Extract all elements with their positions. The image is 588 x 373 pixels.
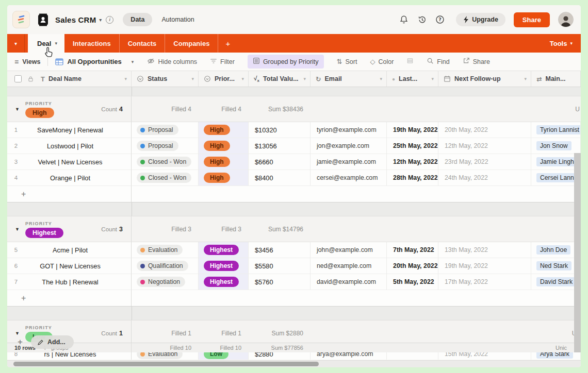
- toolbar-sort[interactable]: ⇅Sort: [337, 58, 357, 65]
- deal-name-cell[interactable]: 4 Orange | Pilot: [7, 170, 132, 186]
- deal-name-cell[interactable]: 3 Velvet | New Licenses: [7, 154, 132, 170]
- email-cell[interactable]: jon@example.com: [311, 138, 387, 154]
- main-contact-cell[interactable]: Ned Stark: [531, 258, 581, 274]
- total-value-cell[interactable]: $13056: [249, 138, 311, 154]
- last-contact-cell[interactable]: 12th May, 2022: [387, 154, 438, 170]
- email-cell[interactable]: tyrion@example.com: [311, 122, 387, 138]
- main-contact-cell[interactable]: Jon Snow: [531, 138, 581, 154]
- column-header-next-follow-up[interactable]: Next Follow-up▾: [438, 71, 531, 87]
- deal-name-cell[interactable]: 1 SaveMoney | Renewal: [7, 122, 132, 138]
- column-header-main[interactable]: ⇄Main...: [531, 71, 581, 87]
- total-value-cell[interactable]: $5580: [249, 258, 311, 274]
- priority-cell[interactable]: Highest: [199, 258, 249, 274]
- help-icon[interactable]: ?: [435, 15, 445, 25]
- deal-name-cell[interactable]: 7 The Hub | Renewal: [7, 274, 132, 290]
- bell-icon[interactable]: [399, 15, 409, 25]
- last-contact-cell[interactable]: 25th May, 2022: [387, 138, 438, 154]
- status-cell[interactable]: Proposal: [132, 122, 199, 138]
- total-value-cell[interactable]: $3456: [249, 242, 311, 258]
- avatar[interactable]: [558, 12, 574, 27]
- next-followup-cell[interactable]: 23rd May, 2022: [438, 154, 531, 170]
- email-cell[interactable]: john@example.com: [311, 242, 387, 258]
- total-value-cell[interactable]: $5760: [249, 274, 311, 290]
- sidebar-chevron-icon[interactable]: ▾: [7, 34, 25, 53]
- column-header-total-valu[interactable]: √xTotal Valu...▾: [249, 71, 311, 87]
- next-followup-cell[interactable]: 13th May, 2022: [438, 242, 531, 258]
- chevron-down-icon[interactable]: ▾: [241, 76, 248, 81]
- status-cell[interactable]: Closed - Won: [132, 154, 199, 170]
- toolbar-share[interactable]: Share: [463, 57, 490, 66]
- column-header-prior[interactable]: Prior...▾: [199, 71, 249, 87]
- add-row[interactable]: +: [7, 290, 581, 306]
- deal-name-cell[interactable]: 2 Lostwood | Pilot: [7, 138, 132, 154]
- collapse-triangle-icon[interactable]: ▼: [15, 107, 20, 112]
- deal-name-cell[interactable]: 6 GOT | New Licenses: [7, 258, 132, 274]
- toolbar-color[interactable]: ◇Color: [370, 58, 394, 65]
- vertical-scrollbar[interactable]: [574, 153, 581, 352]
- status-cell[interactable]: Closed - Won: [132, 170, 199, 186]
- status-cell[interactable]: Negotiation: [132, 274, 199, 290]
- info-icon[interactable]: i: [106, 16, 113, 24]
- view-selector[interactable]: All Opportunities ▾: [55, 58, 134, 65]
- next-followup-cell[interactable]: 12th May, 2022: [438, 138, 531, 154]
- status-cell[interactable]: Proposal: [132, 138, 199, 154]
- horizontal-scrollbar[interactable]: [7, 360, 581, 367]
- main-contact-cell[interactable]: Jamie Linghar: [531, 154, 581, 170]
- main-contact-cell[interactable]: Cersei Lannist: [531, 170, 581, 186]
- total-value-cell[interactable]: $6660: [249, 154, 311, 170]
- add-row-plus-icon[interactable]: +: [18, 337, 23, 347]
- column-header-email[interactable]: ↻Email▾: [311, 71, 387, 87]
- priority-cell[interactable]: Highest: [199, 274, 249, 290]
- plus-icon[interactable]: +: [21, 190, 26, 199]
- tab-interactions[interactable]: Interactions: [64, 34, 119, 53]
- chevron-down-icon[interactable]: ▾: [124, 76, 131, 81]
- tab-companies[interactable]: Companies: [165, 34, 218, 53]
- priority-cell[interactable]: Highest: [199, 242, 249, 258]
- workspace-icon[interactable]: [36, 13, 50, 27]
- column-header-deal-name[interactable]: TDeal Name▾: [7, 71, 132, 87]
- toolbar-find[interactable]: Find: [427, 57, 449, 66]
- toolbar-grouped-by-priority[interactable]: Grouped by Priority: [248, 55, 324, 69]
- next-followup-cell[interactable]: 24th May, 2022: [438, 170, 531, 186]
- total-value-cell[interactable]: $8400: [249, 170, 311, 186]
- priority-cell[interactable]: High: [199, 170, 249, 186]
- email-cell[interactable]: david@example.com: [311, 274, 387, 290]
- priority-cell[interactable]: High: [199, 122, 249, 138]
- status-cell[interactable]: Evaluation: [132, 242, 199, 258]
- main-contact-cell[interactable]: David Stark: [531, 274, 581, 290]
- next-followup-cell[interactable]: 20th May, 2022: [438, 122, 531, 138]
- priority-cell[interactable]: High: [199, 154, 249, 170]
- add-table-button[interactable]: +: [218, 34, 237, 53]
- last-contact-cell[interactable]: 20th May, 2022: [387, 258, 438, 274]
- tools-menu[interactable]: Tools ▾: [550, 34, 581, 53]
- email-cell[interactable]: ned@example.com: [311, 258, 387, 274]
- stackby-logo-icon[interactable]: [12, 11, 30, 28]
- chevron-down-icon[interactable]: ▾: [380, 76, 386, 81]
- nav-tab-automation[interactable]: Automation: [161, 16, 194, 23]
- main-contact-cell[interactable]: John Doe: [531, 242, 581, 258]
- add-row[interactable]: +: [7, 186, 581, 202]
- email-cell[interactable]: cersei@example.com: [311, 170, 387, 186]
- collapse-triangle-icon[interactable]: ▼: [15, 331, 20, 336]
- chevron-down-icon[interactable]: ▾: [524, 76, 531, 81]
- scrollbar-thumb[interactable]: [13, 362, 319, 366]
- column-header-status[interactable]: Status▾: [132, 71, 199, 87]
- row-height-icon[interactable]: [406, 57, 414, 66]
- priority-cell[interactable]: High: [199, 138, 249, 154]
- chevron-down-icon[interactable]: ▾: [303, 76, 310, 81]
- upgrade-button[interactable]: Upgrade: [456, 13, 505, 26]
- next-followup-cell[interactable]: 19th May, 2022: [438, 258, 531, 274]
- chevron-down-icon[interactable]: ▾: [99, 17, 102, 23]
- views-button[interactable]: ≡ Views: [14, 58, 40, 66]
- last-contact-cell[interactable]: 19th May, 2022: [387, 122, 438, 138]
- next-followup-cell[interactable]: 17th May, 2022: [438, 274, 531, 290]
- share-button[interactable]: Share: [514, 12, 550, 27]
- toolbar-filter[interactable]: Filter: [210, 58, 235, 66]
- toolbar-hide-columns[interactable]: Hide columns: [147, 57, 197, 66]
- total-value-cell[interactable]: $10320: [249, 122, 311, 138]
- select-all-checkbox[interactable]: [14, 75, 22, 82]
- last-contact-cell[interactable]: 7th May, 2022: [387, 242, 438, 258]
- status-cell[interactable]: Qualification: [132, 258, 199, 274]
- email-cell[interactable]: jamie@example.com: [311, 154, 387, 170]
- last-contact-cell[interactable]: 5th May, 2022: [387, 274, 438, 290]
